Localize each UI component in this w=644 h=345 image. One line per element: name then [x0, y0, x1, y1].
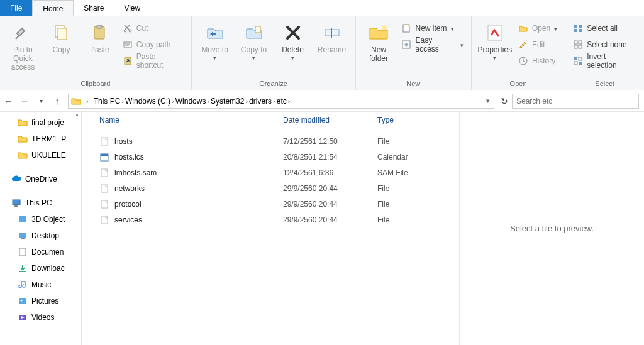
file-row[interactable]: networks29/9/2560 20:44File	[82, 180, 459, 196]
properties-button[interactable]: Properties ▾	[477, 19, 513, 61]
svg-rect-34	[19, 233, 26, 238]
chevron-down-icon: ▾	[213, 54, 216, 61]
new-item-button[interactable]: New item ▾	[399, 21, 465, 35]
new-folder-button[interactable]: New folder	[361, 19, 397, 63]
sidebar-item[interactable]: Videos	[0, 309, 81, 326]
column-type[interactable]: Type	[377, 116, 459, 124]
chevron-right-icon[interactable]: ›	[170, 97, 175, 105]
file-row[interactable]: hosts.ics20/8/2561 21:54Calendar	[82, 149, 459, 165]
svg-rect-26	[579, 45, 582, 48]
sidebar-item[interactable]: UKULELE	[0, 147, 81, 163]
chevron-right-icon[interactable]: ›	[85, 97, 90, 105]
copy-icon	[50, 21, 72, 44]
tab-share[interactable]: Share	[74, 0, 114, 16]
sidebar-item-onedrive[interactable]: OneDrive	[0, 171, 81, 187]
svg-rect-38	[19, 298, 26, 304]
invert-selection-icon	[573, 56, 583, 66]
file-row[interactable]: lmhosts.sam12/4/2561 6:36SAM File	[82, 165, 459, 180]
scroll-up-icon[interactable]: ˄	[75, 113, 79, 120]
chevron-right-icon[interactable]: ›	[120, 97, 125, 105]
sidebar-item[interactable]: Desktop	[0, 227, 81, 244]
file-row[interactable]: hosts7/12/2561 12:50File	[82, 133, 459, 149]
group-select: Select all Select none Invert selection …	[565, 16, 644, 90]
chevron-down-icon[interactable]: ▾	[485, 97, 491, 105]
sidebar-item[interactable]: Documen	[0, 244, 81, 260]
copy-to-button[interactable]: Copy to ▾	[236, 19, 272, 61]
file-name: hosts	[114, 137, 133, 146]
select-all-label: Select all	[587, 24, 618, 33]
pin-to-quick-access-button[interactable]: Pin to Quick access	[5, 19, 41, 72]
rename-button[interactable]: Rename	[314, 19, 350, 54]
rename-icon	[321, 21, 343, 44]
svg-rect-6	[124, 42, 131, 47]
file-name: hosts.ics	[114, 153, 144, 162]
new-item-label: New item	[415, 24, 447, 33]
file-type: File	[377, 200, 459, 209]
chevron-down-icon: ▾	[554, 25, 557, 32]
sidebar-item-label: Pictures	[31, 297, 58, 305]
invert-selection-button[interactable]: Invert selection	[570, 54, 639, 68]
sidebar-item[interactable]: Downloac	[0, 260, 81, 277]
sidebar-item[interactable]: 3D Object	[0, 211, 81, 227]
move-to-button[interactable]: Move to ▾	[197, 19, 233, 61]
svg-rect-22	[579, 29, 582, 32]
easy-access-button[interactable]: Easy access ▾	[399, 38, 465, 52]
paste-button[interactable]: Paste	[82, 19, 118, 54]
tab-file[interactable]: File	[0, 0, 32, 16]
file-row[interactable]: services29/9/2560 20:44File	[82, 212, 459, 227]
search-input[interactable]: Search etc	[512, 94, 639, 109]
back-button[interactable]: ←	[0, 96, 16, 106]
onedrive-label: OneDrive	[25, 175, 57, 183]
tab-view[interactable]: View	[114, 0, 150, 16]
preview-pane: Select a file to preview.	[460, 112, 644, 345]
svg-rect-23	[574, 41, 577, 44]
refresh-button[interactable]: ↻	[497, 96, 512, 106]
tab-home[interactable]: Home	[32, 0, 74, 16]
breadcrumb-segment[interactable]: etc	[277, 97, 287, 106]
column-name[interactable]: Name	[82, 116, 283, 124]
breadcrumb-list: This PC›Windows (C:)›Windows›System32›dr…	[94, 97, 292, 106]
sidebar-item-label: Videos	[31, 313, 54, 322]
cut-button[interactable]: Cut	[120, 21, 186, 35]
file-row[interactable]: protocol29/9/2560 20:44File	[82, 196, 459, 212]
chevron-right-icon[interactable]: ›	[206, 97, 211, 105]
recent-locations-button[interactable]: ▾	[33, 97, 49, 104]
history-button[interactable]: History	[516, 54, 560, 68]
sidebar-item-label: 3D Object	[31, 215, 65, 224]
sidebar-item[interactable]: final proje	[0, 114, 81, 131]
column-date[interactable]: Date modified	[283, 116, 377, 124]
breadcrumb-segment[interactable]: This PC	[94, 97, 121, 106]
breadcrumb-segment[interactable]: Windows (C:)	[125, 97, 170, 106]
chevron-right-icon[interactable]: ›	[287, 97, 292, 105]
select-all-button[interactable]: Select all	[570, 21, 639, 35]
up-button[interactable]: ↑	[49, 96, 65, 106]
copy-label: Copy	[52, 44, 70, 54]
file-list-pane: Name Date modified Type hosts7/12/2561 1…	[82, 112, 460, 345]
paste-shortcut-icon	[123, 56, 133, 66]
forward-button[interactable]: →	[16, 96, 33, 106]
open-button[interactable]: Open ▾	[516, 21, 560, 35]
copy-path-button[interactable]: Copy path	[120, 38, 186, 52]
paste-icon	[88, 21, 111, 44]
sidebar-item[interactable]: Music	[0, 277, 81, 293]
copy-button[interactable]: Copy	[43, 19, 79, 54]
sidebar-item-label: final proje	[31, 118, 64, 127]
sidebar-item-this-pc[interactable]: This PC	[0, 195, 81, 211]
paste-shortcut-button[interactable]: Paste shortcut	[120, 54, 186, 68]
group-organize: Move to ▾ Copy to ▾ Delete ▾ Rename Orga…	[192, 16, 356, 90]
svg-rect-41	[101, 138, 108, 145]
delete-button[interactable]: Delete ▾	[275, 19, 311, 61]
sidebar-item[interactable]: TERM1_P	[0, 131, 81, 147]
breadcrumb-segment[interactable]: drivers	[249, 97, 272, 106]
breadcrumb-segment[interactable]: System32	[211, 97, 244, 106]
chevron-right-icon[interactable]: ›	[272, 97, 277, 105]
chevron-right-icon[interactable]: ›	[244, 97, 249, 105]
sidebar-item[interactable]: Pictures	[0, 293, 81, 309]
new-folder-icon	[367, 21, 390, 44]
move-to-label: Move to	[201, 44, 228, 54]
edit-button[interactable]: Edit	[516, 38, 560, 52]
group-open: Properties ▾ Open ▾ Edit History Op	[472, 16, 565, 90]
address-bar[interactable]: › This PC›Windows (C:)›Windows›System32›…	[68, 94, 494, 109]
breadcrumb-segment[interactable]: Windows	[175, 97, 206, 106]
select-none-button[interactable]: Select none	[570, 38, 639, 52]
